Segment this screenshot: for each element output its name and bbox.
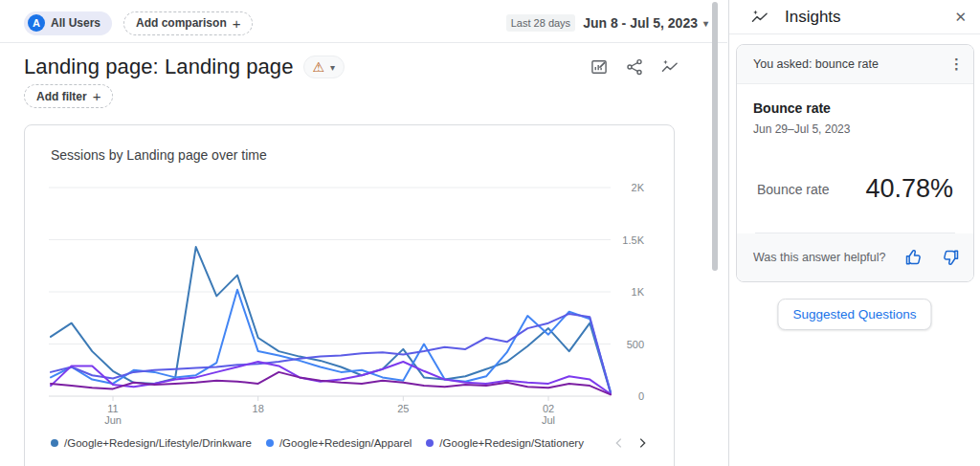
- insights-icon[interactable]: [660, 57, 679, 77]
- insight-metric-row: Bounce rate 40.78%: [757, 174, 953, 204]
- legend-dot-icon: [266, 439, 274, 447]
- legend-label: /Google+Redesign/Apparel: [279, 437, 412, 449]
- date-range-area: Last 28 days Jun 8 - Jul 5, 2023 ▾: [506, 14, 708, 32]
- share-icon[interactable]: [625, 57, 644, 77]
- feedback-prompt: Was this answer helpful?: [753, 251, 886, 264]
- sessions-chart-card: Sessions by Landing page over time 05001…: [24, 124, 675, 466]
- close-icon[interactable]: ✕: [954, 9, 967, 26]
- all-users-chip[interactable]: A All Users: [24, 11, 112, 35]
- warning-icon: ⚠: [313, 60, 325, 74]
- add-comparison-button[interactable]: Add comparison +: [123, 11, 253, 35]
- customize-report-icon[interactable]: [590, 57, 609, 77]
- suggested-questions-button[interactable]: Suggested Questions: [777, 299, 931, 330]
- series-line-3: [51, 362, 611, 394]
- series-line-1: [51, 290, 611, 392]
- x-axis-label: 18: [253, 403, 264, 414]
- kebab-menu-icon[interactable]: ⋮: [949, 55, 964, 73]
- insight-question: You asked: bounce rate: [753, 57, 879, 71]
- x-axis-month-label: Jun: [104, 414, 122, 426]
- legend-item[interactable]: /Google+Redesign/Apparel: [266, 437, 412, 449]
- legend-item[interactable]: /Google+Redesign/Lifestyle/Drinkware: [51, 437, 252, 449]
- legend-label: /Google+Redesign/Lifestyle/Drinkware: [64, 437, 252, 449]
- plus-icon: +: [93, 88, 101, 104]
- insights-panel: Insights ✕ You asked: bounce rate ⋮ Boun…: [728, 0, 980, 466]
- insight-metric-title: Bounce rate: [753, 100, 957, 116]
- legend-item[interactable]: /Google+Redesign/Stationery: [426, 437, 584, 449]
- y-axis-label: 0: [638, 390, 644, 402]
- y-axis-label: 2K: [632, 182, 645, 193]
- all-users-avatar: A: [28, 14, 45, 32]
- page-title: Landing page: Landing page: [24, 55, 294, 79]
- y-axis-label: 1K: [632, 286, 645, 298]
- sessions-line-chart[interactable]: 05001K1.5K2K11Jun182502Jul: [25, 160, 676, 435]
- thumb-up-icon[interactable]: [904, 248, 924, 267]
- date-range-text: Jun 8 - Jul 5, 2023: [583, 15, 698, 31]
- title-row: Landing page: Landing page ⚠ ▾: [24, 54, 708, 80]
- insight-card-footer: Was this answer helpful?: [737, 233, 973, 281]
- insight-card-header: You asked: bounce rate ⋮: [737, 45, 973, 84]
- x-axis-label: 11: [107, 403, 118, 414]
- x-axis-month-label: Jul: [542, 414, 555, 426]
- legend-prev-icon[interactable]: [612, 436, 626, 450]
- insight-card-body: Bounce rate Jun 29–Jul 5, 2023 Bounce ra…: [737, 84, 973, 233]
- legend-next-icon[interactable]: [635, 436, 649, 450]
- add-filter-button[interactable]: Add filter +: [24, 84, 113, 108]
- feedback-buttons: [904, 248, 960, 267]
- y-axis-label: 1.5K: [622, 234, 644, 246]
- y-axis-label: 500: [627, 339, 644, 350]
- thumb-down-icon[interactable]: [941, 248, 960, 267]
- report-toolbar: [590, 57, 679, 77]
- insights-title: Insights: [785, 8, 841, 27]
- all-users-label: All Users: [51, 16, 100, 30]
- x-axis-label: 02: [543, 403, 554, 414]
- add-comparison-label: Add comparison: [136, 16, 227, 30]
- insight-date-range: Jun 29–Jul 5, 2023: [753, 122, 957, 136]
- scrollbar[interactable]: [712, 2, 718, 271]
- date-preset-badge: Last 28 days: [506, 14, 575, 32]
- legend-dot-icon: [51, 439, 58, 447]
- insight-metric-value: 40.78%: [865, 174, 953, 204]
- legend-dot-icon: [426, 439, 434, 447]
- insights-panel-header: Insights ✕: [729, 0, 980, 34]
- chart-legend: /Google+Redesign/Lifestyle/Drinkware/Goo…: [51, 436, 660, 450]
- date-range-selector[interactable]: Jun 8 - Jul 5, 2023 ▾: [583, 15, 708, 31]
- legend-label: /Google+Redesign/Stationery: [439, 437, 584, 449]
- data-quality-button[interactable]: ⚠ ▾: [303, 55, 345, 78]
- insight-card: You asked: bounce rate ⋮ Bounce rate Jun…: [736, 44, 974, 282]
- segment-bar: A All Users Add comparison + Last 28 day…: [24, 11, 708, 35]
- header-divider: [0, 42, 727, 43]
- plus-icon: +: [233, 15, 241, 32]
- x-axis-label: 25: [397, 403, 409, 414]
- insight-metric-label: Bounce rate: [757, 182, 830, 197]
- caret-down-icon: ▾: [703, 18, 708, 29]
- add-filter-label: Add filter: [36, 90, 87, 103]
- caret-down-icon: ▾: [330, 62, 335, 73]
- report-area: A All Users Add comparison + Last 28 day…: [0, 0, 727, 466]
- legend-nav: [612, 436, 649, 450]
- insights-icon: [750, 8, 769, 27]
